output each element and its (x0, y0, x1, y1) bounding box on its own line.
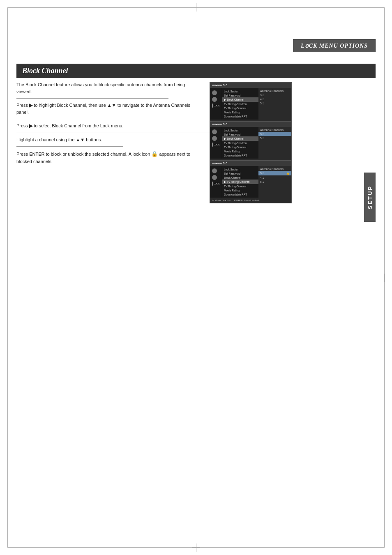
tv-panel-3-header: on•vıo 3.0 (210, 161, 291, 166)
divider4 (16, 146, 123, 147)
menu-item-block-channel: ▶Block Channel (222, 97, 258, 102)
crosshair-bottom-center (192, 543, 200, 552)
crosshair-right-center (380, 274, 389, 282)
icon-antenna-2 (210, 129, 222, 135)
icon-settings-2 (210, 135, 222, 142)
icon-antenna-3 (210, 168, 222, 174)
channel3-5-1: 5-1 (258, 180, 291, 184)
channel3-label: 3-1 (260, 172, 264, 175)
header-title-bar: LᴏCK MENU OPTIONS (293, 39, 376, 52)
tv-panel-3-channels: Antenna Channels 3-1 🔒 4-1 5-1 (258, 166, 291, 198)
tv-panel-3-icons: LOCK (210, 166, 222, 198)
body-para4: Highlight a channel using the ▲▼ buttons… (16, 136, 197, 143)
footer-prev-label-3: Prev. (227, 199, 232, 202)
channel3-3-1: 3-1 🔒 (258, 171, 291, 175)
tv-panel-2-body: LOCK Lock System Set Password ▶Block Cha… (210, 127, 291, 159)
menu-item-downloadable-rrt: Downloadable RRT (222, 114, 258, 118)
tv-panel-2-brand: on•vıo 3.0 (212, 122, 227, 126)
menu-item-tv-rating-children: TV Rating-Children (222, 102, 258, 106)
tv-panel-2-icons: LOCK (210, 127, 222, 159)
tv-panel-2-menu: Lock System Set Password ▶Block Channel … (222, 127, 258, 159)
tv-panel-3-body: LOCK Lock System Set Password Block Chan… (210, 166, 291, 198)
tv-panel-3: on•vıo 3.0 LOCK Lock System Set Password… (210, 160, 292, 203)
icon-lock-row: LOCK (210, 103, 222, 108)
footer-move-label-3: Move (215, 199, 221, 202)
section-heading-text: Block Channel (22, 67, 68, 75)
crosshair-left-center (3, 274, 12, 282)
header-title: LᴏCK MENU OPTIONS (301, 43, 368, 49)
menu2-item-block-channel: ▶Block Channel (222, 136, 258, 141)
menu-item-tv-rating-general: TV Rating-General (222, 106, 258, 110)
tv-panel-3-brand: on•vıo 3.0 (212, 161, 227, 165)
channel-5-1: 5-1 (258, 101, 291, 105)
menu-item-set-password: Set Password (222, 93, 258, 97)
footer-prev-3: ■■ Prev. (223, 199, 232, 202)
menu-item-movie-rating: Movie Rating (222, 110, 258, 114)
tv-panel-3-menu: Lock System Set Password Block Channel ▶… (222, 166, 258, 198)
channel2-3-1: 3-1 (258, 132, 291, 136)
tv-panel-2-channels: Antenna Channels 3-1 5-1 (258, 127, 291, 159)
tv-panel-2-header: on•vıo 3.0 (210, 122, 291, 127)
channel3-4-1: 4-1 (258, 175, 291, 180)
tv-panel-3-footer: + Move ■■ Prev. ENTER Block/Unblock (210, 198, 291, 203)
tv-panel-1-brand: on•vıo 3.0 (212, 83, 227, 87)
menu3-item-set-password: Set Password (222, 171, 258, 175)
menu2-item-tv-rating-children: TV Rating-Children (222, 141, 258, 145)
icon-lock-row-3: LOCK (210, 181, 222, 187)
tv-panel-1-menu: Lock System Set Password ▶Block Channel … (222, 88, 258, 120)
menu3-item-tv-rating-children: ▶TV Rating-Children (222, 180, 258, 184)
divider1 (16, 98, 168, 99)
tv-panel-1-channels: Antenna Channels 3-1 4-1 5-1 (258, 88, 291, 120)
body-para2: Press ▶ to highlight Block Channel, then… (16, 102, 197, 115)
channel-4-1: 4-1 (258, 97, 291, 101)
menu2-item-set-password: Set Password (222, 132, 258, 136)
tv-panel-1-icons: LOCK (210, 88, 222, 120)
menu-item-lock-system: Lock System (222, 89, 258, 93)
channels-title-2: Antenna Channels (258, 128, 291, 132)
body-text: The Block Channel feature allows you to … (16, 81, 197, 168)
icon-antenna (210, 90, 222, 96)
footer-enter-3: ENTER Block/Unblock (234, 199, 259, 202)
menu3-item-lock-system: Lock System (222, 167, 258, 171)
menu3-item-block-channel: Block Channel (222, 175, 258, 180)
menu3-item-downloadable-rrt: Downloadable RRT (222, 192, 258, 196)
channel2-5-1: 5-1 (258, 136, 291, 140)
menu2-item-downloadable-rrt: Downloadable RRT (222, 153, 258, 157)
setup-sidebar: SETUP (364, 173, 376, 222)
icon-settings (210, 96, 222, 103)
channel-3-1: 3-1 (258, 93, 291, 97)
icon-settings-3 (210, 174, 222, 181)
body-para5: Press ENTER to block or unblock the sele… (16, 150, 197, 165)
body-para3: Press ▶ to select Block Channel from the… (16, 122, 197, 129)
tv-panel-1: on•vıo 3.0 LOCK Lock System Set Password… (210, 82, 292, 125)
menu2-item-movie-rating: Movie Rating (222, 149, 258, 153)
tv-panel-1-header: on•vıo 3.0 (210, 83, 291, 88)
menu3-item-tv-rating-general: TV Rating-General (222, 184, 258, 188)
icon-lock-row-2: LOCK (210, 142, 222, 147)
tv-panel-2: on•vıo 3.0 LOCK Lock System Set Password… (210, 121, 292, 164)
channels-title-3: Antenna Channels (258, 167, 291, 171)
section-heading: Block Channel (16, 64, 376, 78)
crosshair-top-center (192, 3, 200, 12)
menu3-item-movie-rating: Movie Rating (222, 188, 258, 192)
menu2-item-tv-rating-general: TV Rating-General (222, 145, 258, 149)
tv-panel-1-body: LOCK Lock System Set Password ▶Block Cha… (210, 88, 291, 120)
body-para1: The Block Channel feature allows you to … (16, 81, 197, 95)
channels-title-1: Antenna Channels (258, 89, 291, 93)
enter-action-3: Block/Unblock (244, 199, 259, 202)
setup-label: SETUP (367, 185, 373, 209)
enter-label-3: ENTER (234, 199, 242, 202)
lock-icon-channel: 🔒 (286, 172, 290, 175)
menu2-item-lock-system: Lock System (222, 128, 258, 132)
footer-move-3: + Move (212, 198, 221, 202)
